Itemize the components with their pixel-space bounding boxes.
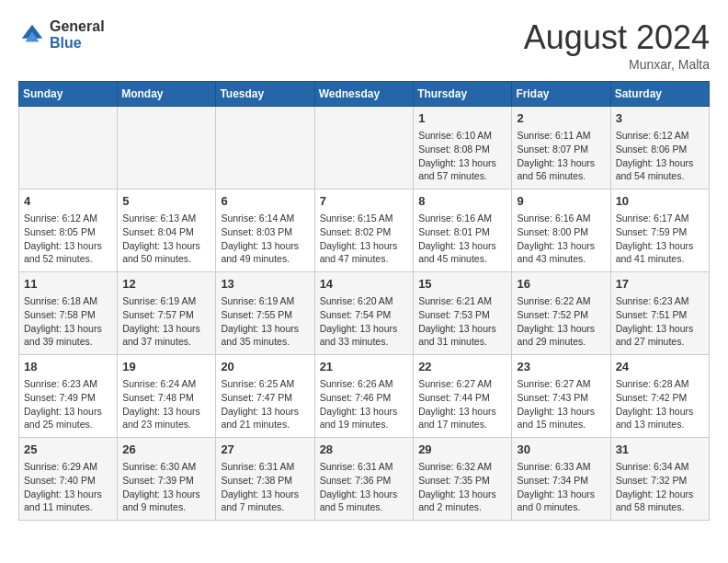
day-info: and 37 minutes.	[122, 335, 210, 349]
week-row-3: 11Sunrise: 6:18 AMSunset: 7:58 PMDayligh…	[19, 272, 710, 355]
page-header: General Blue August 2024 Munxar, Malta	[18, 18, 710, 72]
day-info: Sunrise: 6:11 AM	[517, 129, 605, 143]
header-row: SundayMondayTuesdayWednesdayThursdayFrid…	[19, 82, 710, 107]
calendar-cell: 27Sunrise: 6:31 AMSunset: 7:38 PMDayligh…	[216, 438, 314, 521]
week-row-1: 1Sunrise: 6:10 AMSunset: 8:08 PMDaylight…	[19, 107, 710, 190]
day-info: Sunset: 7:39 PM	[122, 474, 210, 488]
day-number: 26	[122, 442, 210, 458]
calendar-cell: 26Sunrise: 6:30 AMSunset: 7:39 PMDayligh…	[118, 438, 216, 521]
day-info: Sunset: 8:05 PM	[24, 225, 112, 239]
day-number: 19	[122, 359, 210, 375]
day-info: Sunrise: 6:31 AM	[221, 460, 309, 474]
header-day-thursday: Thursday	[414, 82, 512, 107]
day-info: Daylight: 13 hours	[320, 322, 409, 336]
day-number: 7	[320, 193, 409, 210]
day-info: Daylight: 12 hours	[616, 488, 704, 501]
day-info: and 21 minutes.	[221, 418, 309, 431]
day-number: 28	[320, 442, 409, 458]
day-info: Sunrise: 6:27 AM	[517, 377, 605, 391]
calendar-cell: 16Sunrise: 6:22 AMSunset: 7:52 PMDayligh…	[512, 272, 610, 355]
day-info: Sunset: 7:38 PM	[221, 474, 309, 488]
logo-icon	[18, 21, 46, 49]
calendar-cell: 13Sunrise: 6:19 AMSunset: 7:55 PMDayligh…	[216, 272, 314, 355]
day-info: Sunset: 7:48 PM	[122, 391, 210, 405]
day-number: 13	[221, 276, 309, 293]
day-info: Daylight: 13 hours	[122, 322, 210, 336]
day-info: Sunset: 7:59 PM	[616, 225, 704, 239]
day-number: 22	[418, 359, 506, 375]
day-info: Daylight: 13 hours	[221, 488, 309, 501]
day-number: 16	[517, 276, 605, 293]
calendar-cell: 2Sunrise: 6:11 AMSunset: 8:07 PMDaylight…	[512, 107, 610, 190]
day-info: Daylight: 13 hours	[221, 239, 309, 253]
day-info: Sunrise: 6:30 AM	[122, 460, 210, 474]
day-info: Daylight: 13 hours	[320, 405, 409, 419]
day-info: Daylight: 13 hours	[418, 239, 506, 253]
title-section: August 2024 Munxar, Malta	[524, 18, 710, 72]
calendar-cell: 4Sunrise: 6:12 AMSunset: 8:05 PMDaylight…	[19, 190, 118, 272]
header-day-saturday: Saturday	[610, 82, 709, 107]
day-number: 4	[24, 193, 112, 210]
day-info: and 7 minutes.	[221, 500, 309, 514]
day-info: Daylight: 13 hours	[122, 405, 210, 419]
day-info: Sunrise: 6:22 AM	[517, 294, 605, 308]
day-info: Sunrise: 6:15 AM	[320, 212, 409, 225]
day-info: Sunrise: 6:29 AM	[24, 460, 112, 474]
day-info: Sunset: 7:34 PM	[517, 474, 605, 488]
day-info: and 19 minutes.	[320, 418, 409, 431]
day-info: and 33 minutes.	[320, 335, 409, 349]
day-number: 8	[418, 193, 506, 210]
day-info: Sunrise: 6:26 AM	[320, 377, 409, 391]
calendar-body: 1Sunrise: 6:10 AMSunset: 8:08 PMDaylight…	[19, 107, 710, 521]
day-info: and 29 minutes.	[517, 335, 605, 349]
calendar-cell: 6Sunrise: 6:14 AMSunset: 8:03 PMDaylight…	[216, 190, 314, 272]
day-number: 31	[616, 442, 704, 458]
calendar-cell: 30Sunrise: 6:33 AMSunset: 7:34 PMDayligh…	[512, 438, 610, 521]
day-info: Daylight: 13 hours	[616, 322, 704, 336]
calendar-cell: 24Sunrise: 6:28 AMSunset: 7:42 PMDayligh…	[610, 355, 709, 438]
day-info: and 45 minutes.	[418, 252, 506, 266]
day-number: 1	[418, 110, 506, 127]
calendar-cell: 12Sunrise: 6:19 AMSunset: 7:57 PMDayligh…	[118, 272, 216, 355]
day-info: Daylight: 13 hours	[418, 488, 506, 501]
day-info: Sunrise: 6:23 AM	[616, 294, 704, 308]
calendar-cell: 17Sunrise: 6:23 AMSunset: 7:51 PMDayligh…	[610, 272, 709, 355]
calendar-cell: 25Sunrise: 6:29 AMSunset: 7:40 PMDayligh…	[19, 438, 118, 521]
day-info: and 23 minutes.	[122, 418, 210, 431]
logo-text: General Blue	[50, 18, 105, 51]
day-info: and 0 minutes.	[517, 500, 605, 514]
day-info: Sunset: 8:01 PM	[418, 225, 506, 239]
day-info: Sunset: 8:07 PM	[517, 143, 605, 156]
day-number: 24	[616, 359, 704, 375]
day-info: Daylight: 13 hours	[517, 156, 605, 170]
calendar-cell: 7Sunrise: 6:15 AMSunset: 8:02 PMDaylight…	[314, 190, 414, 272]
day-info: Sunset: 8:00 PM	[517, 225, 605, 239]
day-info: Sunset: 8:04 PM	[122, 225, 210, 239]
calendar-cell: 15Sunrise: 6:21 AMSunset: 7:53 PMDayligh…	[414, 272, 512, 355]
day-info: Sunset: 7:36 PM	[320, 474, 409, 488]
day-info: Sunrise: 6:24 AM	[122, 377, 210, 391]
day-number: 18	[24, 359, 112, 375]
day-info: Daylight: 13 hours	[320, 488, 409, 501]
day-info: Daylight: 13 hours	[517, 239, 605, 253]
location: Munxar, Malta	[524, 57, 710, 72]
day-number: 23	[517, 359, 605, 375]
day-info: and 50 minutes.	[122, 252, 210, 266]
day-info: Sunset: 7:35 PM	[418, 474, 506, 488]
day-info: Sunrise: 6:27 AM	[418, 377, 506, 391]
day-info: and 47 minutes.	[320, 252, 409, 266]
day-info: and 15 minutes.	[517, 418, 605, 431]
day-info: Daylight: 13 hours	[616, 156, 704, 170]
day-info: Daylight: 13 hours	[122, 239, 210, 253]
day-info: Daylight: 13 hours	[616, 239, 704, 253]
day-info: and 54 minutes.	[616, 169, 704, 183]
day-info: Sunrise: 6:10 AM	[418, 129, 506, 143]
day-info: Sunrise: 6:14 AM	[221, 212, 309, 225]
calendar-cell	[216, 107, 314, 190]
day-info: Sunrise: 6:21 AM	[418, 294, 506, 308]
day-number: 3	[616, 110, 704, 127]
day-info: Daylight: 13 hours	[418, 405, 506, 419]
day-info: Daylight: 13 hours	[517, 488, 605, 501]
day-info: Daylight: 13 hours	[24, 405, 112, 419]
day-info: Daylight: 13 hours	[517, 405, 605, 419]
